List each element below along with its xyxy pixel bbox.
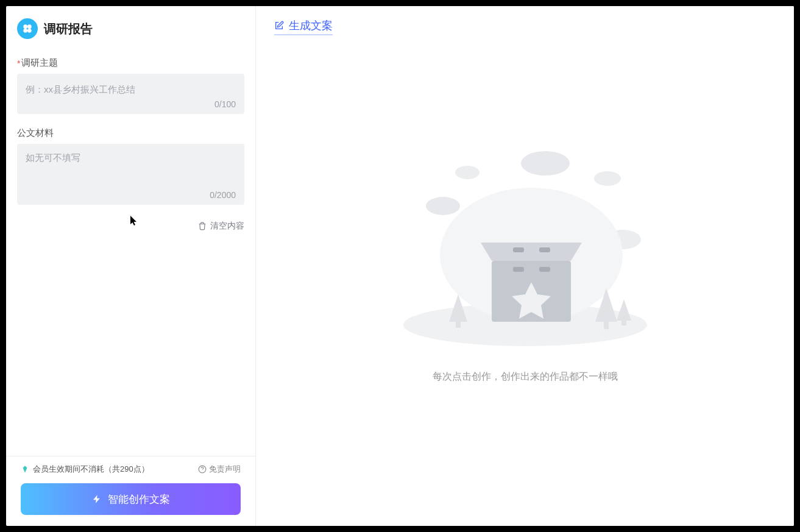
tab-output[interactable]: 生成文案 [274,18,333,35]
right-header: 生成文案 [256,6,794,39]
topic-input[interactable] [26,82,236,96]
field-material-label: 公文材料 [17,127,244,139]
clear-label: 清空内容 [210,221,244,232]
svg-point-1 [27,24,32,29]
page-title: 调研报告 [44,21,93,37]
svg-rect-14 [621,319,626,325]
material-counter: 0/2000 [26,190,236,200]
material-input[interactable] [26,152,236,186]
bolt-icon [92,494,102,504]
generate-label: 智能创作文案 [108,492,170,506]
app-logo-icon [17,18,38,39]
svg-rect-12 [456,321,461,328]
required-star-icon: * [17,59,20,68]
clear-button[interactable]: 清空内容 [198,218,244,234]
diamond-icon [21,465,29,473]
material-label-text: 公文材料 [17,127,54,139]
empty-state-illustration [394,145,656,352]
credits-info: 会员生效期间不消耗（共290点） [21,464,149,475]
field-material: 公文材料 0/2000 [17,127,244,205]
right-panel: 生成文案 [256,6,794,526]
app-header: 调研报告 [6,6,255,45]
svg-point-6 [426,197,460,215]
left-panel: 调研报告 * 调研主题 0/100 公文材料 [6,6,256,526]
topic-label-text: 调研主题 [21,57,58,69]
footer-info-row: 会员生效期间不消耗（共290点） 免责声明 [21,464,241,475]
svg-rect-17 [539,247,550,252]
svg-point-3 [27,29,32,33]
tab-output-label: 生成文案 [289,18,333,33]
field-topic: * 调研主题 0/100 [17,57,244,114]
generate-button[interactable]: 智能创作文案 [21,483,241,515]
question-icon [198,465,207,473]
svg-rect-16 [513,247,524,252]
disclaimer-link[interactable]: 免责声明 [198,464,241,475]
svg-point-9 [594,171,621,186]
svg-point-8 [521,151,570,176]
footer: 会员生效期间不消耗（共290点） 免责声明 智能创作文案 [6,456,255,526]
right-body: 每次点击创作，创作出来的作品都不一样哦 [256,39,794,526]
topic-input-wrap: 0/100 [17,74,244,114]
clear-row: 清空内容 [17,218,244,234]
svg-rect-13 [604,321,609,329]
edit-icon [274,21,284,30]
disclaimer-label: 免责声明 [209,464,241,475]
material-input-wrap: 0/2000 [17,144,244,205]
field-topic-label: * 调研主题 [17,57,244,69]
topic-counter: 0/100 [26,99,236,109]
empty-state-text: 每次点击创作，创作出来的作品都不一样哦 [433,371,618,383]
credits-text: 会员生效期间不消耗（共290点） [33,464,149,475]
trash-icon [198,222,207,230]
svg-point-7 [455,166,480,179]
svg-rect-18 [513,267,524,272]
svg-point-2 [23,29,27,33]
svg-point-0 [23,24,27,29]
form-area: * 调研主题 0/100 公文材料 0/2000 [6,45,255,456]
svg-rect-19 [539,267,550,272]
